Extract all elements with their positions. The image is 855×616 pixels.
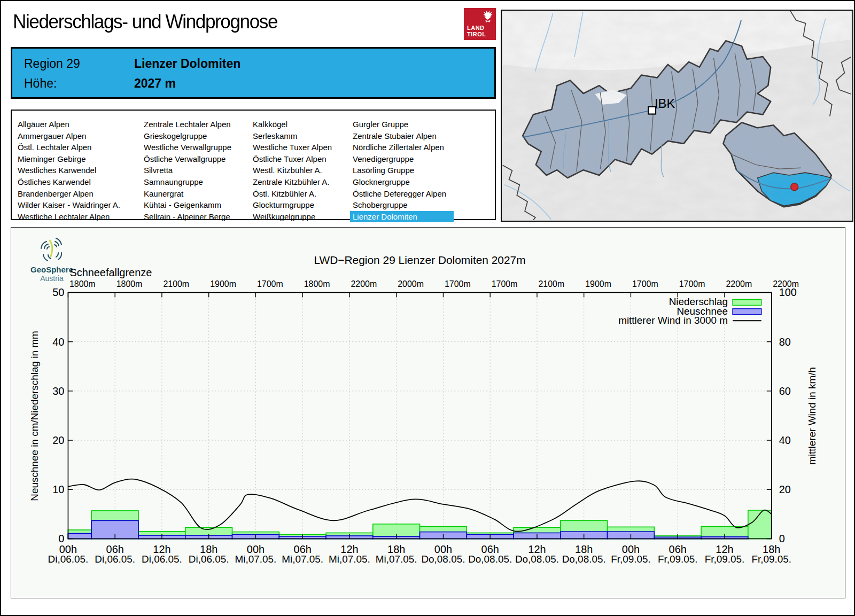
region-list-column: KalkkögelSerleskammWestliche Tuxer Alpen… [253,119,335,222]
region-list-item[interactable]: Östl. Kitzbühler A. [250,188,335,200]
region-list-item[interactable]: Zentrale Kitzbühler A. [250,176,335,188]
region-list-item[interactable]: Mieminger Gebirge [15,153,123,165]
region-list-item[interactable]: Westl. Kitzbühler A. [250,165,335,176]
x-day-label: Mi,07.05. [282,553,323,565]
snowline-value: 1900m [210,279,236,288]
snowline-value: 2100m [538,279,564,288]
region-list-item[interactable]: Östliches Karwendel [15,176,123,188]
region-list-item[interactable]: Westliche Tuxer Alpen [250,142,335,153]
snowline-value: 2200m [351,279,377,288]
y-left-label: 40 [52,336,64,348]
snowline-value: 2200m [726,279,752,288]
region-list-item[interactable]: Östliche Deferegger Alpen [350,188,454,200]
logo-line2: TIROL [467,31,486,37]
region-list-item[interactable]: Kühtai - Geigenkamm [141,199,234,211]
snowline-value: 1800m [304,279,330,288]
region-list-item[interactable]: Westliche Verwallgruppe [141,142,234,153]
legend-swatch-neuschnee [733,309,761,315]
ibk-label: IBK [655,97,675,111]
y-left-label: 30 [52,385,64,397]
x-day-label: Di,06.05. [189,553,229,565]
y-left-label: 20 [52,434,64,446]
region-list-item[interactable]: Glocknergruppe [350,176,454,188]
logo-line1: LAND [467,25,486,31]
y-left-title: Neuschnee in cm/Niederschlag in mm [29,331,40,501]
forecast-chart-panel: GeoSphere Austria LWD−Region 29 Lienzer … [11,227,845,598]
region-list-column: Gurgler GruppeZentrale Stubaier AlpenNör… [353,119,454,222]
x-day-label: Di,06.05. [142,553,182,565]
region-list-item[interactable]: Westliche Lechtaler Alpen [15,211,123,223]
x-day-label: Do,08.05. [515,553,559,565]
y-left-label: 0 [58,533,64,544]
region-list-column: Zentrale Lechtaler AlpenGrieskogelgruppe… [144,119,234,222]
x-day-label: Do,08.05. [468,553,512,565]
y-right-label: 40 [779,434,791,446]
region-list-item[interactable]: Wilder Kaiser - Waidringer A. [15,199,123,211]
y-right-label: 100 [779,286,797,298]
x-day-label: Mi,07.05. [235,553,277,565]
region-list-item[interactable]: Venedigergruppe [350,153,454,165]
region-list-item[interactable]: Weißkugelgruppe [250,211,335,223]
region-list-item[interactable]: Silvretta [141,165,234,176]
map-relief-texture [503,11,851,220]
forecast-chart: LWD−Region 29 Lienzer Dolomiten 2027mSch… [11,228,844,597]
region-list-item[interactable]: Serleskamm [250,130,335,142]
chart-title: LWD−Region 29 Lienzer Dolomiten 2027m [314,254,525,266]
region-number-label: Region 29 [24,54,134,74]
snow-bar [68,533,91,539]
region-list-item[interactable]: Grieskogelgruppe [141,130,234,142]
region-list-item-selected[interactable]: Lienzer Dolomiten [350,211,454,223]
x-day-label: Fr,09.05. [611,553,651,565]
region-list-item[interactable]: Zentrale Lechtaler Alpen [141,119,234,130]
x-day-label: Mi,07.05. [376,553,417,565]
tirol-map: IBK [501,10,853,222]
forecast-page: Niederschlags- und Windprognose LAND TIR… [0,0,855,616]
region-list-item[interactable]: Nördliche Zillertaler Alpen [350,142,454,153]
snowline-value: 1700m [632,279,658,288]
y-left-label: 10 [52,484,64,495]
altitude-value: 2027 m [134,74,176,93]
x-day-label: Di,06.05. [95,553,135,565]
x-day-label: Mi,07.05. [329,553,370,565]
snowline-value: 2000m [398,279,424,288]
altitude-label: Höhe: [24,74,134,93]
snowline-label: Schneefallgrenze [69,267,152,278]
region-list-item[interactable]: Ammergauer Alpen [15,130,123,142]
y-right-label: 80 [779,336,791,348]
region-list-item[interactable]: Zentrale Stubaier Alpen [350,130,454,142]
region-list-column: Allgäuer AlpenAmmergauer AlpenÖstl. Lech… [18,119,123,222]
snowline-value: 1700m [445,279,471,288]
region-list-item[interactable]: Östliche Verwallgruppe [141,153,234,165]
region-list-item[interactable]: Glockturmgruppe [250,199,335,211]
land-tirol-logo: LAND TIROL [464,8,496,40]
region-list-item[interactable]: Östl. Lechtaler Alpen [15,142,123,153]
snowline-value: 1800m [69,279,96,288]
x-day-label: Do,08.05. [562,553,606,565]
region-list-item[interactable]: Gurgler Gruppe [350,119,454,130]
snowline-value: 1700m [257,279,283,288]
region-list-item[interactable]: Schobergruppe [350,199,454,211]
region-list-item[interactable]: Allgäuer Alpen [15,119,123,130]
snowline-value: 1700m [679,279,705,288]
snowline-value: 1900m [585,279,611,288]
region-list-item[interactable]: Östliche Tuxer Alpen [250,153,335,165]
region-list-item[interactable]: Sellrain - Alpeiner Berge [141,211,234,223]
region-header: Region 29 Lienzer Dolomiten Höhe: 2027 m [11,47,496,99]
y-right-label: 0 [779,533,785,544]
snowline-value: 1700m [492,279,518,288]
x-day-label: Do,08.05. [421,553,465,565]
station-dot [791,183,798,191]
region-list-item[interactable]: Kalkkögel [250,119,335,130]
legend-label: mittlerer Wind in 3000 m [618,315,728,326]
region-name-value: Lienzer Dolomiten [134,54,240,74]
snowline-value: 1800m [116,279,143,288]
region-list-item[interactable]: Westliches Karwendel [15,165,123,176]
snowline-value: 2100m [163,279,189,288]
region-list-item[interactable]: Kaunergrat [141,188,234,200]
region-list-item[interactable]: Brandenberger Alpen [15,188,123,200]
x-day-label: Di,06.05. [48,553,89,565]
y-right-label: 20 [779,484,791,495]
region-list-item[interactable]: Lasörling Gruppe [350,165,454,176]
x-day-label: Fr,09.05. [751,553,791,565]
region-list-item[interactable]: Samnaungruppe [141,176,234,188]
